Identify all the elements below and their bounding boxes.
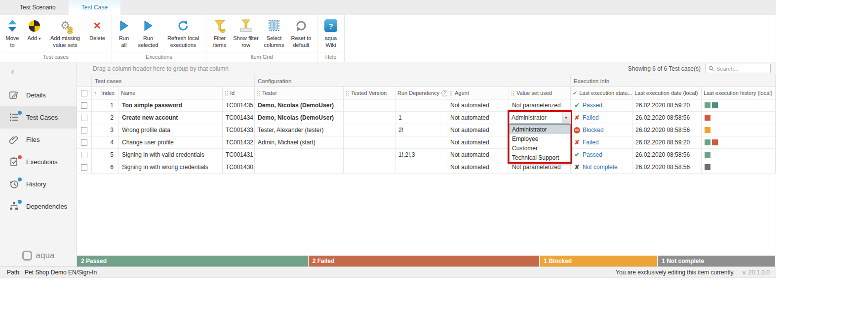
reset-to-default-button[interactable]: Reset to default <box>287 17 315 52</box>
cell-status: ✔Passed <box>571 99 632 112</box>
status-link[interactable]: Failed <box>583 114 599 121</box>
delete-button[interactable]: ✕ Delete <box>85 17 110 52</box>
table-row[interactable]: 4 Change user profile TC001432 Admin, Mi… <box>77 136 776 149</box>
status-icon: ✔ <box>574 102 580 109</box>
cell-tester[interactable]: Demo, Nicolas (DemoUser) <box>255 99 344 112</box>
cell-index: 4 <box>92 136 119 149</box>
column-header-name[interactable]: Name <box>119 87 223 99</box>
row-checkbox[interactable] <box>77 112 92 124</box>
cell-id-link[interactable]: TC001431 <box>223 149 255 161</box>
column-header-tester[interactable]: Tester <box>255 87 344 99</box>
tab-test-case[interactable]: Test Case <box>69 0 120 15</box>
row-checkbox[interactable] <box>77 161 92 174</box>
cell-tested-version[interactable] <box>344 149 395 161</box>
sidebar-item-test-cases[interactable]: Test Cases <box>0 106 77 129</box>
cell-value-set[interactable]: Not parameterized <box>509 161 571 174</box>
cell-run-dependency[interactable] <box>395 136 447 149</box>
sidebar-item-files[interactable]: Files <box>0 129 77 151</box>
cell-tested-version[interactable] <box>344 124 395 136</box>
collapse-sidebar-button[interactable]: ‹ <box>0 62 77 79</box>
cell-tester[interactable]: Tester, Alexander (tester) <box>255 124 344 136</box>
dropdown-option-technical-support[interactable]: Technical Support <box>510 153 570 162</box>
add-button[interactable]: Add▾ <box>23 17 45 52</box>
cell-tested-version[interactable] <box>344 112 395 124</box>
table-row[interactable]: 5 Signing in with valid credentials TC00… <box>77 149 776 161</box>
table-row[interactable]: 1 Too simple password TC001435 Demo, Nic… <box>77 99 776 112</box>
path-label: Path: <box>7 269 21 276</box>
show-filter-row-button[interactable]: Show filter row <box>231 17 261 52</box>
column-header-last-execution-status[interactable]: Last execution statu... <box>571 87 632 99</box>
cell-id-link[interactable]: TC001432 <box>223 136 255 149</box>
row-checkbox[interactable] <box>77 124 92 136</box>
cell-tester[interactable]: Demo, Nicolas (DemoUser) <box>255 112 344 124</box>
cell-id-link[interactable]: TC001433 <box>223 124 255 136</box>
sidebar-item-history[interactable]: History <box>0 173 77 195</box>
sidebar-item-dependencies[interactable]: Dependencies <box>0 195 77 218</box>
tab-test-scenario[interactable]: Test Scenario <box>7 0 69 15</box>
select-all-checkbox[interactable] <box>77 87 92 99</box>
select-columns-button[interactable]: Select columns <box>261 17 287 52</box>
status-link[interactable]: Not complete <box>583 164 618 171</box>
aqua-logo-icon <box>22 251 32 261</box>
cell-id-link[interactable]: TC001435 <box>223 99 255 112</box>
cell-tester[interactable] <box>255 161 344 174</box>
cell-tested-version[interactable] <box>344 161 395 174</box>
cell-run-dependency[interactable]: 2! <box>395 124 447 136</box>
row-checkbox[interactable] <box>77 99 92 112</box>
cell-tester[interactable] <box>255 149 344 161</box>
cell-id-link[interactable]: TC001434 <box>223 112 255 124</box>
row-checkbox[interactable] <box>77 149 92 161</box>
dropdown-option-employee[interactable]: Employee <box>510 134 570 143</box>
add-missing-value-sets-button[interactable]: ⚙ Add missing value sets <box>45 17 85 52</box>
cell-run-dependency[interactable]: 1!,2!,3 <box>395 149 447 161</box>
cell-execution-history <box>702 149 776 161</box>
column-header-index[interactable]: ↑Index <box>92 87 119 99</box>
run-all-button[interactable]: Run all <box>114 17 134 52</box>
check-icon <box>573 90 577 96</box>
column-header-last-execution-date[interactable]: Last execution date (local) <box>632 87 702 99</box>
cell-run-dependency[interactable] <box>395 161 447 174</box>
cell-run-dependency[interactable]: 1 <box>395 112 447 124</box>
sidebar-item-label: History <box>26 180 46 188</box>
column-header-run-dependency[interactable]: Run Dependency <box>395 87 447 99</box>
band-header-row: Test cases Configuration Execution info <box>77 75 776 87</box>
run-selected-button[interactable]: Run selected <box>134 17 162 52</box>
column-header-agent[interactable]: Agent <box>447 87 509 99</box>
search-input[interactable]: Search... <box>706 64 771 73</box>
filter-items-button[interactable]: Filter items <box>208 17 231 52</box>
combobox-dropdown-button[interactable]: ▾ <box>562 112 570 123</box>
status-link[interactable]: Blocked <box>583 127 604 133</box>
cell-execution-history <box>702 112 776 124</box>
status-link[interactable]: Passed <box>583 102 602 109</box>
sidebar-item-details[interactable]: Details <box>0 84 77 106</box>
aqua-wiki-button[interactable]: ? aqua Wiki <box>319 17 342 52</box>
cell-id-link[interactable]: TC001430 <box>223 161 255 174</box>
column-header-value-set-used[interactable]: Value set used <box>509 87 571 99</box>
sidebar-item-executions[interactable]: Executions <box>0 151 77 173</box>
column-header-last-execution-history[interactable]: Last execution history (local) <box>702 87 776 99</box>
status-link[interactable]: Passed <box>583 151 602 158</box>
row-checkbox[interactable] <box>77 136 92 149</box>
status-icon <box>574 127 580 133</box>
value-set-dropdown-list: Administrator Employee Customer Technica… <box>509 124 571 163</box>
table-row[interactable]: 3 Wrong profile data TC001433 Tester, Al… <box>77 124 776 136</box>
refresh-local-executions-button[interactable]: Refresh local executions <box>162 17 204 52</box>
status-link[interactable]: Failed <box>583 139 599 146</box>
dropdown-option-administrator[interactable]: Administrator <box>510 125 570 134</box>
cell-execution-date: 26.02.2020 08:59:20 <box>632 136 702 149</box>
column-header-tested-version[interactable]: Tested Version <box>344 87 395 99</box>
band-test-cases: Test cases <box>92 75 255 87</box>
value-set-combobox[interactable]: Administrator ▾ <box>509 112 570 124</box>
cell-tested-version[interactable] <box>344 136 395 149</box>
column-header-id[interactable]: Id <box>223 87 255 99</box>
cell-value-set[interactable]: Not parameterized <box>509 99 571 112</box>
cell-tested-version[interactable] <box>344 99 395 112</box>
dropdown-option-customer[interactable]: Customer <box>510 143 570 153</box>
move-to-button[interactable]: Move to <box>2 17 23 52</box>
table-row[interactable]: 6 Signing in with wrong credentials TC00… <box>77 161 776 174</box>
cell-execution-date: 26.02.2020 08:58:56 <box>632 149 702 161</box>
cell-tester[interactable]: Admin, Michael (start) <box>255 136 344 149</box>
table-row[interactable]: 2 Create new account TC001434 Demo, Nico… <box>77 112 776 124</box>
button-label: Select columns <box>262 35 286 49</box>
cell-run-dependency[interactable] <box>395 99 447 112</box>
